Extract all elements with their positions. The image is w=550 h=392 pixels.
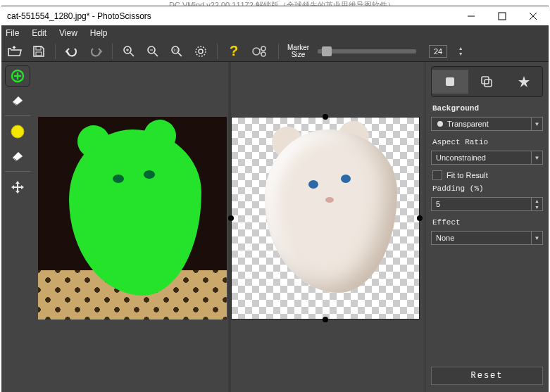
- chevron-down-icon: ▼: [531, 232, 542, 244]
- divider: [217, 44, 218, 59]
- marker-size-slider[interactable]: [318, 49, 416, 53]
- marker-size-label: MarkerSize: [287, 44, 309, 58]
- auto-button[interactable]: [250, 44, 270, 59]
- open-button[interactable]: [7, 44, 23, 59]
- titlebar: cat-551554_1280.jpg* - PhotoScissors: [1, 6, 549, 25]
- redo-button[interactable]: [88, 44, 104, 59]
- divider: [112, 44, 113, 59]
- separator: [5, 171, 30, 172]
- tab-foreground[interactable]: [468, 70, 505, 94]
- move-tool[interactable]: [6, 177, 30, 197]
- foreground-marker-tool[interactable]: [6, 66, 30, 86]
- svg-point-16: [196, 46, 206, 56]
- crop-handle-right[interactable]: [417, 215, 423, 221]
- tab-favorites[interactable]: [506, 70, 542, 94]
- zoom-fit-button[interactable]: [193, 44, 208, 59]
- menu-help[interactable]: Help: [90, 28, 108, 38]
- padding-value: 5: [436, 200, 440, 208]
- effect-select[interactable]: None ▼: [431, 231, 543, 245]
- right-tabs: [431, 66, 543, 97]
- result-canvas[interactable]: [231, 117, 420, 320]
- menu-edit[interactable]: Edit: [32, 28, 46, 38]
- svg-text:1:1: 1:1: [173, 48, 178, 52]
- toolbar: 1:1 ? MarkerSize 24 ▲▼: [1, 41, 549, 62]
- fit-to-result-label: Fit to Result: [446, 171, 488, 179]
- reset-button[interactable]: Reset: [431, 367, 543, 385]
- svg-line-7: [130, 53, 134, 56]
- maximize-button[interactable]: [487, 6, 518, 26]
- marker-size-stepper[interactable]: ▲▼: [457, 46, 464, 57]
- padding-stepper[interactable]: ▲▼: [531, 198, 542, 210]
- undo-button[interactable]: [64, 44, 80, 59]
- menubar: File Edit View Help: [1, 25, 549, 41]
- menu-file[interactable]: File: [6, 28, 19, 38]
- chevron-down-icon: ▼: [531, 151, 542, 164]
- help-button[interactable]: ?: [226, 44, 242, 59]
- properties-panel: Background Transparent ▼ Aspect Ratio Un…: [425, 62, 549, 392]
- svg-rect-1: [499, 13, 506, 20]
- svg-point-26: [11, 125, 24, 138]
- aspect-ratio-label: Aspect Ratio: [425, 135, 549, 149]
- source-canvas[interactable]: [38, 117, 227, 320]
- fit-to-result-checkbox[interactable]: Fit to Result: [432, 170, 542, 180]
- marker-size-value[interactable]: 24: [429, 45, 447, 58]
- crop-handle-left[interactable]: [228, 215, 234, 221]
- aspect-ratio-value: Unconstrained: [436, 153, 486, 162]
- divider: [278, 44, 279, 59]
- close-button[interactable]: [518, 6, 549, 26]
- background-marker-tool[interactable]: [6, 122, 30, 141]
- effect-value: None: [436, 234, 454, 242]
- effect-label: Effect: [425, 215, 549, 229]
- svg-point-30: [437, 121, 443, 127]
- svg-line-14: [178, 53, 182, 56]
- background-select[interactable]: Transparent ▼: [431, 117, 543, 131]
- svg-line-11: [154, 53, 158, 56]
- zoom-out-button[interactable]: [145, 44, 161, 59]
- crop-handle-bottom[interactable]: [323, 317, 328, 322]
- crop-handle-top[interactable]: [323, 114, 328, 120]
- foreground-eraser-tool[interactable]: [6, 90, 30, 110]
- svg-rect-5: [36, 52, 42, 56]
- background-eraser-tool[interactable]: [6, 146, 30, 165]
- chevron-down-icon: ▼: [531, 118, 542, 130]
- aspect-ratio-select[interactable]: Unconstrained ▼: [431, 151, 543, 165]
- result-image: [244, 129, 407, 307]
- slider-knob[interactable]: [322, 46, 332, 56]
- background-window-title: DC VMind v22.00.11172 解锁版（全球领先的英业思维导图软件）: [0, 0, 550, 6]
- background-select-value: Transparent: [447, 120, 489, 128]
- padding-input[interactable]: 5 ▲▼: [431, 197, 543, 211]
- menu-view[interactable]: View: [59, 28, 77, 38]
- zoom-1to1-button[interactable]: 1:1: [169, 44, 185, 59]
- divider: [55, 44, 56, 59]
- svg-point-18: [253, 48, 260, 55]
- save-button[interactable]: [31, 44, 46, 59]
- window-title: cat-551554_1280.jpg* - PhotoScissors: [1, 11, 456, 21]
- source-image: [38, 117, 227, 320]
- checkbox-box: [432, 170, 442, 180]
- tab-background[interactable]: [432, 70, 468, 94]
- svg-point-17: [199, 49, 203, 53]
- svg-rect-27: [446, 77, 454, 86]
- workspace: [34, 62, 425, 392]
- zoom-in-button[interactable]: [121, 44, 137, 59]
- background-section-label: Background: [425, 101, 549, 115]
- padding-label: Padding (%): [425, 182, 549, 196]
- left-toolbar: [1, 62, 34, 392]
- separator: [5, 115, 30, 116]
- minimize-button[interactable]: [456, 6, 487, 26]
